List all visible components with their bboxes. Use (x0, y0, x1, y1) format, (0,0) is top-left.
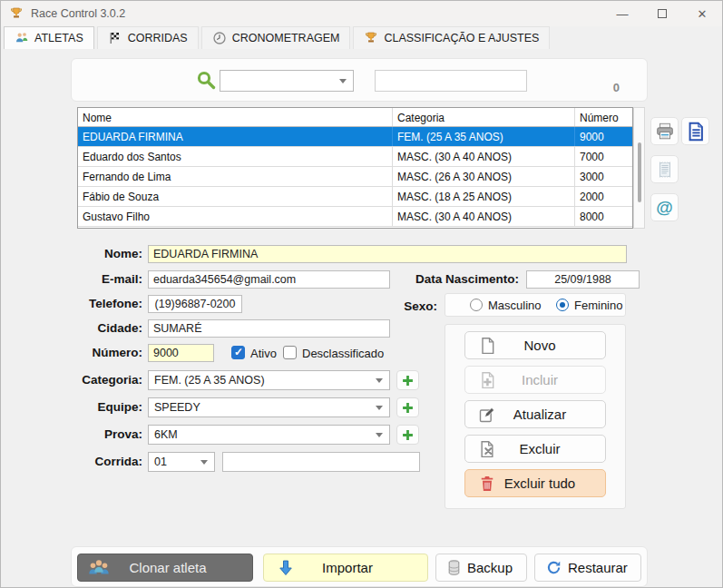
document-icon (686, 122, 706, 142)
column-header-numero[interactable]: Número (575, 108, 632, 126)
checkered-flag-icon (108, 31, 122, 45)
cell-nome: Fernando de Lima (78, 167, 393, 186)
categoria-value: FEM. (25 A 35 ANOS) (154, 374, 265, 387)
maximize-icon (658, 9, 667, 18)
cell-categoria: FEM. (25 A 35 ANOS) (393, 127, 575, 146)
atualizar-button[interactable]: Atualizar (464, 400, 606, 428)
telefone-field[interactable] (148, 295, 242, 313)
cidade-field[interactable] (148, 319, 390, 338)
categoria-select[interactable]: FEM. (25 A 35 ANOS) (148, 370, 390, 390)
print-button[interactable] (650, 117, 679, 145)
importar-button[interactable]: Importar (263, 554, 428, 582)
tab-corridas[interactable]: CORRIDAS (97, 26, 199, 49)
search-filter-select[interactable] (220, 70, 354, 92)
table-row[interactable]: Eduardo dos Santos MASC. (30 A 40 ANOS) … (78, 147, 632, 167)
backup-label: Backup (467, 560, 513, 575)
numero-field[interactable] (148, 344, 214, 362)
cell-nome: Fábio de Souza (78, 187, 393, 206)
receipt-button[interactable] (650, 155, 679, 183)
excluir-button[interactable]: Excluir (464, 435, 606, 463)
excluir-tudo-button[interactable]: Excluir tudo (464, 469, 606, 497)
scrollbar-thumb[interactable] (638, 142, 641, 202)
tab-label: CRONOMETRAGEM (232, 32, 340, 44)
delete-page-icon (478, 440, 496, 458)
backup-button[interactable]: Backup (435, 554, 527, 582)
column-header-nome[interactable]: Nome (78, 108, 393, 126)
cell-numero: 7000 (575, 147, 632, 166)
maximize-button[interactable] (642, 1, 682, 26)
equipe-select[interactable]: SPEEDY (148, 397, 390, 417)
cell-nome: Gustavo Filho (78, 207, 393, 226)
cell-nome: EDUARDA FIRMINA (78, 127, 393, 146)
tab-cronometragem[interactable]: CRONOMETRAGEM (201, 26, 351, 49)
result-count: 0 (613, 81, 620, 94)
add-equipe-button[interactable] (396, 397, 419, 417)
minimize-button[interactable]: — (602, 1, 642, 26)
plus-icon (402, 429, 414, 441)
close-button[interactable]: ✕ (682, 1, 722, 26)
table-row[interactable]: Fábio de Souza MASC. (18 A 25 ANOS) 2000 (78, 187, 632, 207)
report-button[interactable] (681, 117, 709, 145)
table-row[interactable]: EDUARDA FIRMINA FEM. (25 A 35 ANOS) 9000 (78, 127, 632, 147)
trash-icon (478, 475, 496, 493)
table-scrollbar[interactable] (633, 107, 645, 229)
down-arrow-icon (277, 559, 295, 577)
data-nascimento-label: Data Nascimento: (390, 272, 519, 286)
sexo-label: Sexo: (363, 299, 437, 313)
excluir-label: Excluir (496, 441, 583, 456)
corrida-select[interactable]: 01 (148, 452, 215, 472)
cell-categoria: MASC. (18 A 25 ANOS) (393, 187, 575, 206)
table-row[interactable]: Fernando de Lima MASC. (26 A 30 ANOS) 30… (78, 167, 632, 187)
restaurar-button[interactable]: Restaurar (534, 554, 641, 582)
email-button[interactable]: @ (650, 193, 679, 221)
title-bar: Race Control 3.0.2 — ✕ (1, 1, 722, 26)
tab-atletas[interactable]: ATLETAS (4, 26, 94, 49)
ativo-label: Ativo (250, 347, 277, 360)
numero-label: Número: (54, 346, 142, 359)
prova-label: Prova: (54, 427, 142, 441)
tab-label: CORRIDAS (128, 32, 188, 44)
cell-categoria: MASC. (26 A 30 ANOS) (393, 167, 575, 186)
add-categoria-button[interactable] (396, 370, 419, 390)
restaurar-label: Restaurar (568, 560, 628, 575)
receipt-icon (655, 160, 675, 180)
tab-bar: ATLETAS CORRIDAS CRONOMETRAGEM (4, 26, 550, 50)
search-input[interactable] (375, 70, 527, 92)
add-prova-button[interactable] (396, 425, 419, 445)
chevron-down-icon (376, 378, 383, 383)
novo-button[interactable]: Novo (464, 331, 606, 359)
clonar-atleta-button[interactable]: Clonar atleta (77, 554, 253, 582)
prova-select[interactable]: 6KM (148, 425, 390, 445)
desclassificado-checkbox[interactable] (283, 346, 297, 359)
email-label: E-mail: (54, 272, 142, 286)
table-header: Nome Categoria Número (78, 108, 632, 127)
equipe-label: Equipe: (54, 400, 142, 414)
excluir-tudo-label: Excluir tudo (496, 475, 583, 491)
importar-label: Importar (295, 560, 400, 575)
email-field[interactable] (148, 270, 390, 289)
cell-numero: 2000 (575, 187, 632, 206)
radio-masculino[interactable] (470, 299, 483, 311)
people-group-icon (87, 557, 111, 579)
athletes-icon (15, 31, 29, 45)
athletes-table: Nome Categoria Número EDUARDA FIRMINA FE… (77, 107, 633, 229)
ativo-checkbox[interactable] (231, 346, 245, 359)
cidade-label: Cidade: (54, 321, 142, 335)
nome-label: Nome: (54, 247, 142, 260)
corrida-extra-field[interactable] (222, 452, 420, 472)
edit-pencil-icon (478, 406, 496, 424)
incluir-button[interactable]: Incluir (464, 366, 606, 394)
sexo-groupbox: Masculino Feminino (445, 293, 626, 317)
categoria-label: Categoria: (54, 373, 142, 387)
column-header-categoria[interactable]: Categoria (393, 108, 575, 126)
nome-field[interactable] (148, 245, 627, 263)
plus-icon (402, 402, 414, 414)
data-nascimento-field[interactable] (526, 270, 640, 289)
cell-categoria: MASC. (30 A 40 ANOS) (393, 147, 575, 166)
radio-feminino[interactable] (556, 299, 569, 311)
tab-classificacao[interactable]: CLASSIFICAÇÃO E AJUSTES (353, 26, 550, 49)
table-row[interactable]: Gustavo Filho MASC. (30 A 40 ANOS) 8000 (78, 207, 632, 227)
clonar-label: Clonar atleta (111, 560, 225, 575)
atualizar-label: Atualizar (496, 407, 583, 422)
restore-refresh-icon (546, 560, 562, 575)
